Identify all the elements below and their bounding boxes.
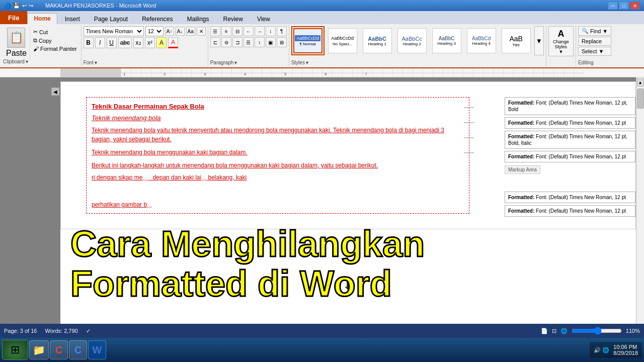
superscript-button[interactable]: x²: [145, 37, 155, 48]
tab-review[interactable]: Review: [217, 14, 250, 24]
align-left-button[interactable]: ⊏: [210, 37, 220, 47]
doc-para2: Teknik menendang bola menggunakan kaki b…: [92, 148, 464, 157]
style-no-spacing[interactable]: AaBbCcDd No Spaci...: [326, 26, 359, 55]
scroll-up-button[interactable]: ▲: [637, 78, 644, 86]
paragraph-label: Paragraph ▾: [210, 60, 287, 65]
align-center-button[interactable]: ⊜: [221, 37, 231, 47]
editing-group: 🔍 Find ▼ Replace Select ▼ Editing: [576, 25, 613, 66]
svg-text:5: 5: [284, 72, 287, 76]
select-button[interactable]: Select ▼: [578, 47, 611, 56]
font-expand-icon[interactable]: ▾: [95, 60, 97, 65]
word-icon: 🔵: [4, 3, 11, 9]
svg-text:3: 3: [204, 72, 206, 76]
spelling-icon[interactable]: ✓: [86, 328, 91, 334]
title-bar-left: 🔵 💾 ↩ ↪ MAKALAH PENJASORKES - Microsoft …: [4, 3, 156, 9]
collapse-button[interactable]: ◀: [51, 87, 59, 96]
clipboard-expand-icon[interactable]: ▾: [26, 59, 28, 64]
change-styles-button[interactable]: A Change Styles ▼: [548, 26, 574, 56]
tab-references[interactable]: References: [135, 14, 179, 24]
status-left: Page: 3 of 16 Words: 2,790 ✓: [4, 328, 91, 334]
line-spacing-button[interactable]: ↕: [255, 37, 265, 47]
overlay-line1: Cara Menghilangkan: [70, 224, 626, 264]
view-print-button[interactable]: 📄: [541, 328, 548, 334]
style-heading4[interactable]: AaBbCd Heading 4: [465, 26, 498, 55]
font-shrink-button[interactable]: A↓: [176, 27, 185, 36]
windows-icon: ⊞: [11, 343, 20, 356]
style-heading3[interactable]: AaBbC Heading 3: [430, 26, 463, 55]
tab-home[interactable]: Home: [27, 13, 57, 24]
sort-button[interactable]: ↕: [266, 26, 276, 36]
scroll-thumb[interactable]: [637, 88, 644, 109]
start-button[interactable]: ⊞: [2, 340, 28, 360]
replace-button[interactable]: Replace: [578, 37, 611, 46]
overlay-text: Cara Menghilangkan Formatted di Word: [60, 224, 636, 304]
taskbar-chrome[interactable]: C: [50, 340, 68, 359]
zoom-slider[interactable]: [572, 328, 622, 334]
find-button[interactable]: 🔍 Find ▼: [578, 26, 611, 36]
font-grow-button[interactable]: A↑: [165, 27, 174, 36]
status-right: 📄 ⊡ 🌐 110%: [541, 328, 640, 334]
app2-icon: C: [74, 344, 82, 356]
show-formatting-button[interactable]: ¶: [277, 26, 287, 36]
tray-icons: 🔊 🌐: [594, 347, 609, 353]
format-painter-button[interactable]: 🖌 Format Painter: [32, 45, 78, 52]
shading-button[interactable]: ▣: [266, 37, 276, 47]
italic-button[interactable]: I: [95, 37, 105, 48]
subscript-button[interactable]: x₂: [133, 37, 143, 48]
ribbon-content: 📋 Paste ✂ Cut ⧉ Copy 🖌 Format Painter C: [0, 24, 644, 68]
text-highlight-button[interactable]: A: [156, 37, 167, 48]
taskbar-explorer[interactable]: 📁: [29, 340, 49, 359]
tab-view[interactable]: View: [251, 14, 277, 24]
font-color-button[interactable]: A: [168, 37, 178, 48]
tab-page-layout[interactable]: Page Layout: [88, 14, 134, 24]
title-text: MAKALAH PENJASORKES - Microsoft Word: [45, 3, 156, 9]
paragraph-expand-icon[interactable]: ▾: [234, 60, 237, 65]
editing-label: Editing: [578, 60, 611, 65]
font-size-select[interactable]: 12: [145, 26, 164, 36]
document[interactable]: Teknik Dasar Permainan Sepak Bola Teknik…: [60, 81, 636, 344]
quick-access-undo[interactable]: ↩: [22, 3, 27, 9]
style-heading1[interactable]: AaBbC Heading 1: [361, 26, 394, 55]
close-button[interactable]: ✕: [630, 2, 640, 10]
vertical-scrollbar[interactable]: ▲ ▼: [636, 77, 644, 348]
align-right-button[interactable]: ⊐: [232, 37, 243, 47]
doc-text-area[interactable]: Teknik Dasar Permainan Sepak Bola Teknik…: [86, 97, 469, 214]
view-web-button[interactable]: 🌐: [560, 328, 568, 334]
style-title[interactable]: AaB Title: [500, 26, 533, 55]
explorer-icon: 📁: [33, 344, 45, 356]
bullets-button[interactable]: ☰: [210, 26, 220, 36]
copy-button[interactable]: ⧉ Copy: [32, 37, 78, 44]
styles-expand-icon[interactable]: ▾: [306, 60, 308, 65]
cut-button[interactable]: ✂ Cut: [32, 28, 78, 36]
borders-button[interactable]: ⊞: [277, 37, 287, 47]
bold-button[interactable]: B: [84, 37, 94, 48]
ruler: 1 2 3 4 5 6 7: [0, 68, 644, 77]
paste-button[interactable]: 📋 Paste: [3, 26, 30, 59]
tab-insert[interactable]: Insert: [58, 14, 87, 24]
taskbar-word[interactable]: W: [88, 340, 106, 359]
change-case-button[interactable]: Aa: [186, 27, 195, 36]
clear-format-button[interactable]: ✕: [197, 27, 206, 36]
style-normal[interactable]: AaBbCcDd ¶ Normal: [291, 26, 325, 55]
multilevel-button[interactable]: ⊟: [232, 26, 243, 36]
numbering-button[interactable]: ≡: [221, 26, 231, 36]
view-full-button[interactable]: ⊡: [552, 328, 556, 334]
decrease-indent-button[interactable]: ←: [244, 26, 254, 36]
strikethrough-button[interactable]: abc: [118, 37, 132, 48]
clock: 10:06 PM 8/29/2018: [613, 344, 638, 356]
style-heading2[interactable]: AaBbCc Heading 2: [395, 26, 429, 55]
font-family-select[interactable]: Times New Roman: [84, 26, 144, 36]
quick-access-redo[interactable]: ↪: [29, 3, 33, 9]
taskbar-app2[interactable]: C: [69, 340, 87, 359]
minimize-button[interactable]: ─: [608, 2, 618, 10]
tab-mailings[interactable]: Mailings: [181, 14, 216, 24]
styles-scroll-down[interactable]: ▼: [534, 26, 544, 55]
quick-access-save[interactable]: 💾: [13, 3, 20, 9]
tab-file[interactable]: File: [0, 11, 27, 24]
maximize-button[interactable]: □: [619, 2, 629, 10]
underline-button[interactable]: U: [107, 37, 117, 48]
justify-button[interactable]: ☰: [244, 37, 254, 47]
increase-indent-button[interactable]: →: [255, 26, 265, 36]
paste-icon: 📋: [7, 28, 25, 48]
doc-para4-partial: ri dengan sikap me... depan dan kaki lai…: [92, 174, 464, 181]
